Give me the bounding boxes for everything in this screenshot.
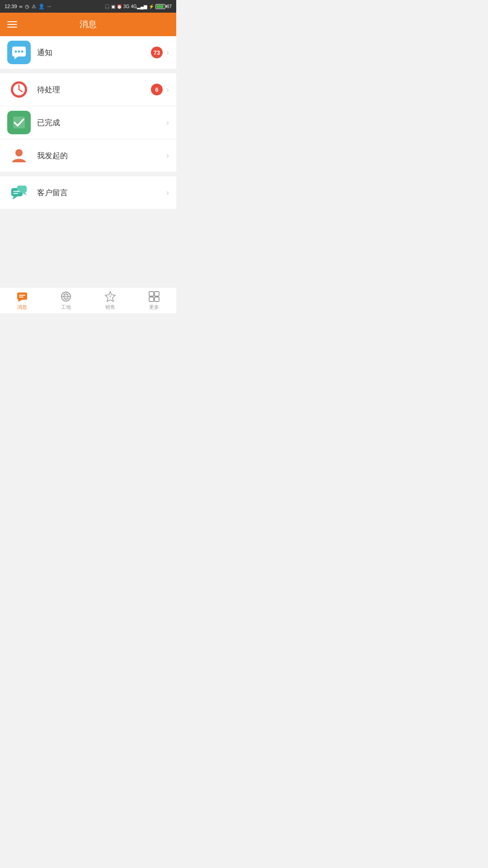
status-left: 12:39 ∞ ◷ ⚠ 👤 ··· xyxy=(5,4,52,9)
header: 消息 xyxy=(0,13,176,36)
battery-level: 87 xyxy=(167,4,172,9)
status-right: 🎧 ▣ ⏰ 3G 4G▂▄▆ ⚡ 87 xyxy=(104,4,172,9)
svg-point-3 xyxy=(18,51,20,53)
nav-messages-label: 消息 xyxy=(17,304,27,311)
svg-rect-18 xyxy=(17,292,27,300)
initiated-item[interactable]: 我发起的 › xyxy=(0,139,176,172)
content-area: 通知 73 › 待处理 6 › xyxy=(0,36,176,287)
nav-item-sites[interactable]: 工地 xyxy=(44,291,89,311)
gap-2 xyxy=(0,172,176,176)
clock-icon xyxy=(10,80,28,99)
notifications-badge: 73 xyxy=(151,47,163,58)
check-box-icon xyxy=(11,114,27,131)
initiated-chevron: › xyxy=(166,151,169,160)
time: 12:39 xyxy=(5,4,17,9)
chat-bubble-icon xyxy=(11,44,27,61)
notifications-section: 通知 73 › xyxy=(0,36,176,69)
charging-icon: ⚡ xyxy=(149,4,154,9)
customer-messages-chevron: › xyxy=(166,188,169,198)
nav-item-sales[interactable]: ¥ 销售 xyxy=(88,291,132,311)
notifications-item[interactable]: 通知 73 › xyxy=(0,36,176,69)
more-icon: ··· xyxy=(47,4,51,9)
signal-3g: 3G xyxy=(123,4,129,9)
completed-item[interactable]: 已完成 › xyxy=(0,106,176,139)
nav-sites-label: 工地 xyxy=(61,304,71,311)
svg-point-2 xyxy=(15,51,17,53)
pending-badge: 6 xyxy=(151,84,163,95)
headphone-icon: 🎧 xyxy=(104,4,110,9)
svg-marker-1 xyxy=(14,57,18,59)
nav-messages-icon xyxy=(16,291,28,302)
completed-section: 已完成 › xyxy=(0,106,176,139)
nav-more-icon xyxy=(148,291,160,302)
completed-chevron: › xyxy=(166,118,169,127)
svg-text:¥: ¥ xyxy=(109,295,111,298)
device-icon: ▣ xyxy=(111,4,115,9)
notifications-chevron: › xyxy=(166,48,169,57)
customer-messages-item[interactable]: 客户留言 › xyxy=(0,176,176,209)
message-bubbles-icon xyxy=(10,184,28,201)
person-icon xyxy=(10,147,28,164)
svg-marker-13 xyxy=(13,196,18,199)
page-title: 消息 xyxy=(80,19,97,30)
initiated-label: 我发起的 xyxy=(37,151,166,161)
nav-sales-label: 销售 xyxy=(105,304,115,311)
svg-marker-19 xyxy=(18,300,22,302)
customer-messages-icon-wrap xyxy=(7,181,31,204)
svg-point-4 xyxy=(21,51,23,53)
clock-status-icon: ⏰ xyxy=(117,4,122,9)
nav-sales-icon: ¥ xyxy=(104,291,116,302)
battery-icon xyxy=(155,4,165,9)
person-icon: 👤 xyxy=(38,4,45,9)
empty-area xyxy=(0,209,176,287)
pending-section: 待处理 6 › xyxy=(0,73,176,106)
bottom-nav: 消息 工地 ¥ 销售 xyxy=(0,287,176,313)
pending-label: 待处理 xyxy=(37,85,151,95)
svg-rect-27 xyxy=(155,292,159,296)
notifications-label: 通知 xyxy=(37,47,151,58)
svg-rect-26 xyxy=(149,292,154,296)
nav-sites-icon xyxy=(60,291,72,302)
pending-chevron: › xyxy=(166,85,169,94)
customer-messages-label: 客户留言 xyxy=(37,188,166,198)
status-bar: 12:39 ∞ ◷ ⚠ 👤 ··· 🎧 ▣ ⏰ 3G 4G▂▄▆ ⚡ 87 xyxy=(0,0,176,13)
svg-point-11 xyxy=(15,149,23,156)
notifications-icon-wrap xyxy=(7,41,31,64)
pending-icon-wrap xyxy=(7,78,31,101)
connectivity-icon: ∞ xyxy=(19,4,23,9)
alert-icon: ⚠ xyxy=(32,4,36,9)
initiated-icon-wrap xyxy=(7,144,31,167)
svg-rect-29 xyxy=(155,297,159,302)
timer-icon: ◷ xyxy=(25,4,29,9)
gap-1 xyxy=(0,69,176,73)
nav-more-label: 更多 xyxy=(149,304,159,311)
nav-item-more[interactable]: 更多 xyxy=(132,291,177,311)
completed-icon-wrap xyxy=(7,111,31,134)
initiated-section: 我发起的 › xyxy=(0,139,176,172)
nav-item-messages[interactable]: 消息 xyxy=(0,291,44,311)
svg-rect-28 xyxy=(149,297,154,302)
pending-item[interactable]: 待处理 6 › xyxy=(0,73,176,106)
menu-button[interactable] xyxy=(7,21,17,28)
customer-messages-section: 客户留言 › xyxy=(0,176,176,209)
signal-4g: 4G▂▄▆ xyxy=(131,4,147,9)
completed-label: 已完成 xyxy=(37,118,166,128)
